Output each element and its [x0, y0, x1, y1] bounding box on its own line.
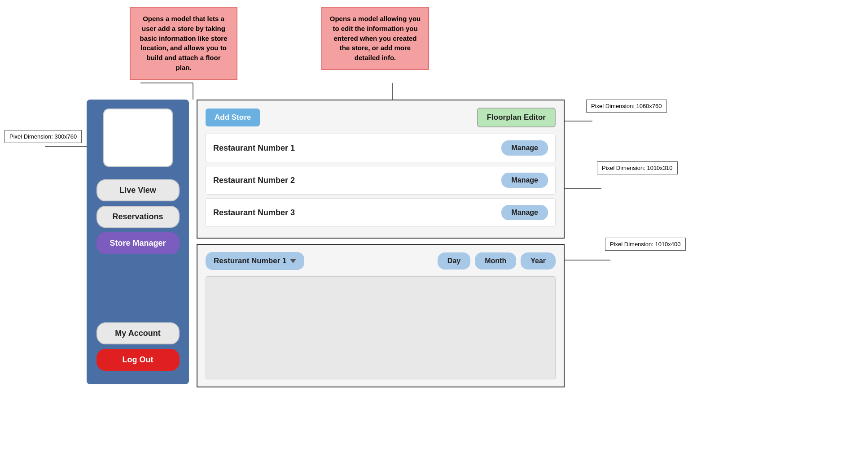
store-list-dimension-label: Pixel Dimension: 1010x310 [597, 161, 678, 174]
my-account-button[interactable]: My Account [96, 322, 180, 344]
manage-button-3[interactable]: Manage [501, 205, 548, 220]
restaurant-selector-button[interactable]: Resturant Number 1 [206, 252, 304, 270]
time-button-group: Day Month Year [438, 252, 556, 269]
add-store-tooltip: Opens a model that lets a user add a sto… [130, 7, 237, 80]
restaurant-row: Restaurant Number 1 Manage [206, 134, 556, 162]
year-button[interactable]: Year [521, 252, 556, 269]
avatar [103, 109, 173, 167]
sidebar-item-live-view[interactable]: Live View [96, 179, 180, 201]
manage-button-2[interactable]: Manage [501, 173, 548, 188]
manage-button-1[interactable]: Manage [501, 140, 548, 156]
analytics-header: Resturant Number 1 Day Month Year [206, 252, 556, 270]
chart-area [206, 276, 556, 379]
store-list-header: Add Store Floorplan Editor [206, 108, 556, 127]
sidebar-dimension-label: Pixel Dimension: 300x760 [4, 130, 82, 143]
store-list-panel: Add Store Floorplan Editor Restaurant Nu… [197, 100, 565, 239]
day-button[interactable]: Day [438, 252, 470, 269]
floorplan-editor-tooltip: Opens a model allowing you to edit the i… [321, 7, 429, 70]
restaurant-row: Restaurant Number 2 Manage [206, 166, 556, 195]
sidebar: Live View Reservations Store Manager My … [87, 100, 189, 384]
analytics-dimension-label: Pixel Dimension: 1010x400 [605, 238, 686, 251]
main-content: Add Store Floorplan Editor Restaurant Nu… [197, 100, 565, 385]
main-top-dimension-label: Pixel Dimension: 1060x760 [586, 100, 667, 113]
floorplan-editor-button[interactable]: Floorplan Editor [477, 108, 556, 127]
logout-button[interactable]: Log Out [96, 349, 180, 371]
sidebar-item-store-manager[interactable]: Store Manager [96, 232, 180, 254]
dropdown-arrow-icon [290, 259, 296, 263]
sidebar-item-reservations[interactable]: Reservations [96, 206, 180, 228]
restaurant-row: Restaurant Number 3 Manage [206, 198, 556, 227]
analytics-panel: Resturant Number 1 Day Month Year [197, 244, 565, 387]
add-store-button[interactable]: Add Store [206, 109, 260, 126]
month-button[interactable]: Month [475, 252, 516, 269]
